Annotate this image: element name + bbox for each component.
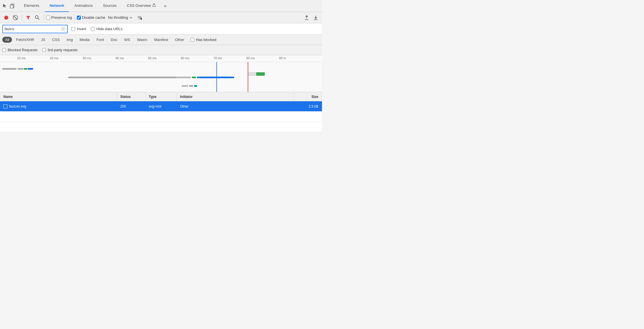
filter-css[interactable]: CSS — [49, 37, 63, 43]
cursor-icon[interactable] — [2, 3, 7, 9]
svg-point-4 — [4, 16, 8, 20]
preserve-log-group[interactable]: Preserve log — [46, 15, 72, 20]
hide-data-urls-label: Hide data URLs — [97, 27, 123, 31]
has-blocked-checkbox[interactable] — [190, 38, 194, 42]
filter-button[interactable] — [24, 14, 32, 22]
timeline-area: 10 ms 20 ms 30 ms 40 ms 50 ms 60 ms 70 m… — [0, 55, 322, 92]
td-size: 2.5 kB — [294, 101, 322, 111]
tab-bar: Elements Network Animations Sources CSS … — [0, 0, 322, 12]
import-button[interactable] — [303, 14, 311, 22]
wf-bar-green1 — [24, 68, 27, 70]
divider-2 — [44, 15, 44, 21]
file-name: favicon.svg — [9, 104, 26, 108]
th-status[interactable]: Status — [117, 92, 145, 101]
throttle-label: No throttling — [108, 15, 128, 20]
third-party-group[interactable]: 3rd-party requests — [42, 48, 78, 52]
ruler-40ms: 40 ms — [115, 56, 124, 60]
th-size[interactable]: Size — [294, 92, 322, 101]
ruler-80ms: 80 ms — [246, 56, 255, 60]
search-button[interactable] — [33, 14, 41, 22]
devtools-icons — [2, 3, 15, 9]
row-checkbox[interactable] — [3, 104, 7, 108]
th-name[interactable]: Name — [0, 92, 117, 101]
hide-data-urls-group[interactable]: Hide data URLs — [91, 27, 123, 31]
td-initiator: Other — [177, 101, 294, 111]
disable-cache-checkbox[interactable] — [77, 16, 81, 20]
wf-bar-teal2 — [194, 85, 197, 87]
ruler-60ms: 60 ms — [181, 56, 189, 60]
filter-other[interactable]: Other — [172, 37, 187, 43]
ruler-70ms: 70 ms — [214, 56, 222, 60]
search-input[interactable] — [5, 27, 61, 31]
svg-line-6 — [13, 16, 17, 20]
invert-group[interactable]: Invert — [71, 27, 86, 31]
filter-all[interactable]: All — [2, 37, 12, 43]
filter-media[interactable]: Media — [77, 37, 93, 43]
preserve-log-label: Preserve log — [51, 15, 72, 20]
clear-button[interactable] — [11, 14, 19, 22]
table-header: Name Status Type Initiator Size — [0, 92, 322, 101]
tab-network[interactable]: Network — [45, 0, 69, 12]
blocked-requests-checkbox[interactable] — [2, 48, 6, 52]
record-icon — [4, 15, 9, 20]
tab-css-overview[interactable]: CSS Overview — [122, 0, 161, 12]
throttle-select[interactable]: No throttling — [106, 15, 134, 20]
blocked-requests-group[interactable]: Blocked Requests — [2, 48, 38, 52]
wf-bar-gray2 — [18, 68, 23, 70]
network-toolbar: Preserve log Disable cache No throttling — [0, 12, 322, 23]
copy-icon[interactable] — [10, 3, 15, 9]
has-blocked-label: Has blocked — [196, 38, 216, 42]
divider-3 — [74, 15, 75, 21]
chevron-down-icon — [129, 16, 133, 19]
table-row[interactable]: favicon.svg 200 svg+xml Other 2.5 kB — [0, 101, 322, 112]
filter-img[interactable]: Img — [64, 37, 76, 43]
td-name: favicon.svg — [0, 101, 117, 111]
filter-fetch-xhr[interactable]: Fetch/XHR — [13, 37, 37, 43]
table-row-empty-2 — [0, 122, 322, 132]
tab-animations[interactable]: Animations — [70, 0, 97, 12]
network-conditions-button[interactable] — [136, 14, 143, 22]
tab-css-overview-label: CSS Overview — [127, 3, 151, 8]
svg-marker-7 — [26, 16, 30, 19]
invert-label: Invert — [77, 27, 86, 31]
tab-elements[interactable]: Elements — [19, 0, 44, 12]
blocked-requests-label: Blocked Requests — [8, 48, 38, 52]
preserve-log-checkbox[interactable] — [46, 16, 50, 20]
tab-sources[interactable]: Sources — [99, 0, 121, 12]
filter-bar: All Fetch/XHR JS CSS Img Media Font Doc … — [0, 35, 322, 45]
filter-font[interactable]: Font — [94, 37, 107, 43]
filter-ws[interactable]: WS — [121, 37, 133, 43]
record-button[interactable] — [2, 14, 10, 22]
svg-rect-1 — [10, 5, 13, 9]
divider-1 — [22, 15, 22, 21]
th-type[interactable]: Type — [145, 92, 177, 101]
blue-vertical-line — [216, 62, 217, 92]
search-bar: ⓧ Invert Hide data URLs — [0, 23, 322, 35]
wf-row-4[interactable] — [0, 70, 322, 78]
status-value: 200 — [120, 104, 126, 108]
filter-js[interactable]: JS — [38, 37, 48, 43]
th-initiator[interactable]: Initiator — [177, 92, 294, 101]
filter-manifest[interactable]: Manifest — [151, 37, 171, 43]
svg-line-9 — [38, 18, 39, 20]
hide-data-urls-checkbox[interactable] — [91, 27, 95, 31]
table-row-empty-1 — [0, 112, 322, 122]
filter-wasm[interactable]: Wasm — [134, 37, 150, 43]
td-status: 200 — [117, 101, 145, 111]
search-icon — [35, 15, 40, 20]
third-party-checkbox[interactable] — [42, 48, 46, 52]
wf-bar-green3 — [256, 72, 265, 76]
network-table: Name Status Type Initiator Size favicon.… — [0, 92, 322, 132]
third-party-label: 3rd-party requests — [48, 48, 78, 52]
wf-row-3[interactable] — [0, 82, 322, 90]
disable-cache-group[interactable]: Disable cache — [77, 15, 105, 20]
ruler-20ms: 20 ms — [50, 56, 58, 60]
export-button[interactable] — [312, 14, 320, 22]
flask-icon — [152, 4, 156, 8]
search-clear-button[interactable]: ⓧ — [61, 27, 65, 31]
filter-doc[interactable]: Doc — [108, 37, 120, 43]
more-tabs-button[interactable]: » — [162, 2, 169, 10]
timeline-content — [0, 62, 322, 92]
invert-checkbox[interactable] — [71, 27, 75, 31]
svg-point-8 — [35, 16, 38, 18]
